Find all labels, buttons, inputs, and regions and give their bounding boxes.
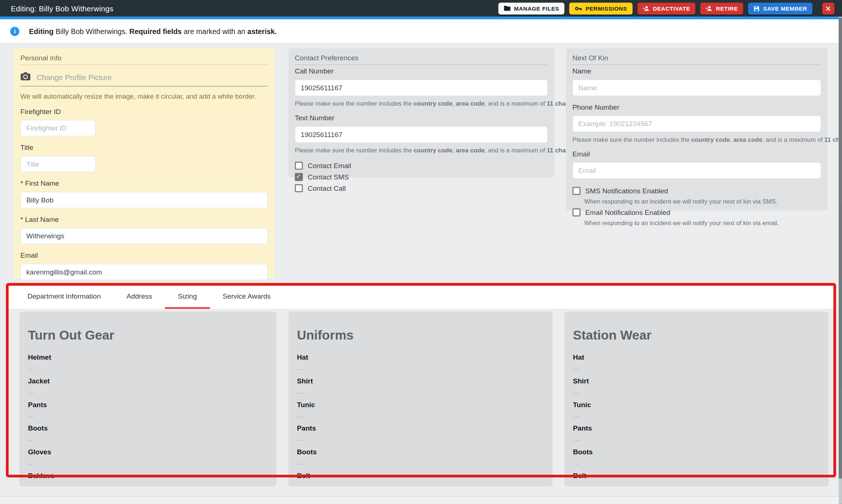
tab-service-awards[interactable]: Service Awards	[210, 285, 284, 309]
text-number-helper: Please make sure the number includes the…	[295, 147, 548, 154]
person-icon	[706, 5, 713, 11]
call-number-input[interactable]	[295, 79, 548, 96]
checkbox-sms-notifications[interactable]: SMS Notifications Enabled	[572, 187, 821, 195]
size-item: Tunic ...	[573, 401, 820, 418]
checkbox-icon[interactable]	[295, 173, 303, 181]
turn-out-gear-list: Helmet ... Jacket ... Pants ... Boo	[28, 353, 268, 487]
checkbox-icon[interactable]	[295, 184, 303, 192]
email-label: Email	[20, 251, 268, 259]
uniforms-heading: Uniforms	[297, 327, 544, 342]
size-item-name: Helmet	[28, 353, 268, 361]
size-item-name: Boots	[28, 424, 268, 432]
station-wear-heading: Station Wear	[573, 327, 820, 342]
kin-name-field: Name	[572, 67, 821, 96]
checkbox-email-notifications[interactable]: Email Notifications Enabled	[572, 208, 821, 216]
uniforms-panel: Uniforms Hat ... Shirt ... Tunic	[288, 311, 553, 486]
member-edit-modal: Editing: Billy Bob Witherwings MANAGE FI…	[0, 0, 842, 504]
kin-notification-checkboxes: SMS Notifications Enabled When respondin…	[572, 187, 821, 226]
vertical-scrollbar[interactable]	[839, 17, 842, 504]
manage-files-button[interactable]: MANAGE FILES	[498, 3, 565, 14]
contact-preferences-panel: Contact Preferences Call Number Please m…	[288, 48, 554, 177]
station-wear-panel: Station Wear Hat ... Shirt ... Tunic	[564, 311, 828, 486]
title-label: Title	[20, 143, 268, 151]
title-input[interactable]	[20, 156, 96, 173]
size-item-value: ...	[297, 435, 544, 442]
size-item-name: Jacket	[28, 377, 268, 385]
size-item-value: ...	[573, 435, 820, 442]
kin-phone-field: Phone Number Please make sure the number…	[572, 103, 821, 143]
close-button[interactable]: ✕	[822, 3, 835, 14]
last-name-field: * Last Name	[20, 215, 268, 244]
kin-phone-helper: Please make sure the number includes the…	[572, 136, 821, 143]
kin-phone-input[interactable]	[572, 115, 821, 132]
size-item-value: ...	[573, 412, 820, 418]
sizing-tab-content: Turn Out Gear Helmet ... Jacket ... Pant…	[19, 311, 828, 486]
deactivate-button[interactable]: DEACTIVATE	[637, 3, 695, 14]
uniforms-list: Hat ... Shirt ... Tunic ... Pants	[297, 353, 544, 487]
tab-department-information[interactable]: Department Information	[15, 285, 114, 309]
size-item: Boots ...	[297, 448, 544, 465]
folder-icon	[504, 5, 511, 11]
size-item-value: ...	[573, 483, 820, 487]
text-number-input[interactable]	[295, 126, 548, 143]
close-icon: ✕	[825, 4, 832, 13]
save-member-button[interactable]: SAVE MEMBER	[748, 3, 812, 14]
station-wear-list: Hat ... Shirt ... Tunic ... Pants	[573, 353, 820, 487]
size-item-value: ...	[297, 388, 544, 395]
tab-sizing[interactable]: Sizing	[165, 285, 210, 309]
size-item-value: ...	[28, 412, 268, 418]
size-item-name: Boots	[573, 448, 820, 456]
size-item-name: Baklava	[28, 471, 268, 480]
email-notifications-helper: When responding to an incident we will n…	[584, 220, 821, 226]
size-item: Baklava ...	[28, 471, 268, 486]
banner-message: Editing Billy Bob Witherwings. Required …	[29, 27, 277, 35]
kin-name-label: Name	[572, 67, 821, 75]
kin-email-input[interactable]	[572, 162, 821, 179]
size-item-name: Belt	[573, 471, 820, 480]
size-item-name: Tunic	[297, 401, 544, 409]
kin-name-input[interactable]	[572, 79, 821, 96]
sms-notifications-helper: When responding to an incident we will n…	[584, 198, 821, 205]
size-item-name: Hat	[297, 353, 544, 361]
change-profile-picture-button[interactable]: Change Profile Picture	[20, 72, 268, 87]
firefighter-id-input[interactable]	[20, 120, 96, 137]
size-item-name: Belt	[297, 471, 544, 480]
tab-address[interactable]: Address	[114, 285, 165, 309]
camera-icon	[20, 72, 31, 82]
next-of-kin-panel: Next Of Kin Name Phone Number Please mak…	[566, 48, 828, 211]
first-name-input[interactable]	[20, 192, 268, 209]
size-item-name: Hat	[573, 353, 820, 361]
size-item-name: Gloves	[28, 448, 268, 456]
personal-info-panel: Personal Info Change Profile Picture We …	[14, 48, 274, 278]
titlebar-actions: MANAGE FILES PERMISSIONS DEACTIVATE RETI…	[498, 3, 834, 14]
next-of-kin-heading: Next Of Kin	[572, 54, 821, 65]
email-input[interactable]	[20, 264, 268, 280]
size-item: Belt ...	[573, 471, 820, 486]
retire-button[interactable]: RETIRE	[701, 3, 743, 14]
size-item: Pants ...	[297, 424, 544, 442]
key-icon	[575, 5, 583, 12]
size-item-value: ...	[28, 435, 268, 442]
checkbox-contact-email[interactable]: Contact Email	[295, 162, 548, 170]
contact-method-checkboxes: Contact Email Contact SMS Contact Call	[295, 162, 548, 192]
scrollbar-thumb[interactable]	[839, 18, 842, 478]
size-item-value: ...	[297, 459, 544, 466]
kin-email-field: Email	[572, 150, 821, 179]
checkbox-icon[interactable]	[572, 187, 580, 195]
first-name-field: * First Name	[20, 179, 268, 208]
permissions-button[interactable]: PERMISSIONS	[569, 3, 632, 14]
checkbox-icon[interactable]	[295, 162, 303, 170]
size-item: Pants ...	[573, 424, 820, 442]
size-item: Pants ...	[28, 401, 268, 418]
size-item: Helmet ...	[28, 353, 268, 371]
last-name-input[interactable]	[20, 228, 268, 245]
checkbox-icon[interactable]	[572, 208, 580, 216]
tab-bar: Department Information Address Sizing Se…	[7, 285, 834, 309]
last-name-label: * Last Name	[20, 215, 268, 223]
personal-info-heading: Personal Info	[20, 54, 268, 65]
size-item-name: Shirt	[297, 377, 544, 385]
checkbox-contact-call[interactable]: Contact Call	[295, 184, 548, 192]
checkbox-contact-sms[interactable]: Contact SMS	[295, 173, 548, 181]
contact-preferences-heading: Contact Preferences	[295, 54, 548, 65]
info-banner: i Editing Billy Bob Witherwings. Require…	[0, 19, 842, 43]
